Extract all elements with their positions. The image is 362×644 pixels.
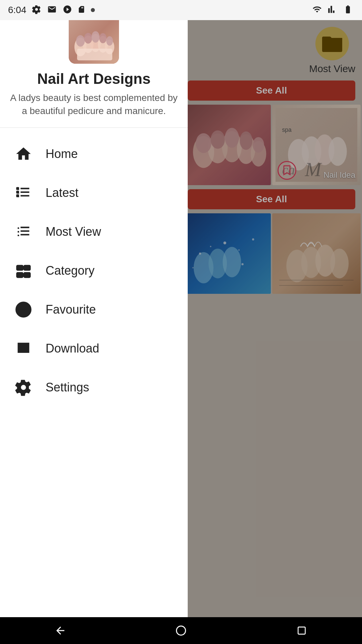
home-label: Home xyxy=(46,147,78,161)
most-view-icon xyxy=(13,222,34,242)
svg-rect-49 xyxy=(16,187,19,190)
svg-rect-51 xyxy=(16,195,19,198)
logo-image xyxy=(69,13,119,64)
svg-rect-48 xyxy=(77,49,112,60)
sidebar-item-most-view[interactable]: Most View xyxy=(0,212,188,251)
side-drawer: Nail Art Designs A ladys beauty is best … xyxy=(0,0,188,617)
most-view-label-nav: Most View xyxy=(46,225,101,239)
svg-point-43 xyxy=(76,35,85,47)
download-icon xyxy=(13,338,34,359)
settings-label: Settings xyxy=(46,380,89,394)
status-bar: 6:04 xyxy=(0,0,362,20)
sidebar-item-latest[interactable]: Latest xyxy=(0,173,188,212)
svg-rect-50 xyxy=(16,191,19,194)
sidebar-item-category[interactable]: Category xyxy=(0,251,188,290)
svg-point-45 xyxy=(92,31,100,43)
play-circle-icon xyxy=(63,5,72,15)
sidebar-item-home[interactable]: Home xyxy=(0,135,188,173)
notification-dot xyxy=(91,8,95,12)
gear-icon xyxy=(32,5,41,15)
sidebar-item-settings[interactable]: Settings xyxy=(0,368,188,407)
svg-point-46 xyxy=(99,33,107,43)
overlay-dim[interactable] xyxy=(181,0,362,644)
nav-list: Home Latest Most View Category xyxy=(0,128,188,617)
status-bar-left: 6:04 xyxy=(8,5,95,15)
app-title: Nail Art Designs xyxy=(37,70,150,87)
settings-icon xyxy=(13,377,34,397)
app-logo xyxy=(69,13,119,64)
wifi-icon xyxy=(311,5,323,15)
category-label: Category xyxy=(46,264,95,278)
svg-point-44 xyxy=(84,33,92,44)
home-button[interactable] xyxy=(168,617,194,644)
sidebar-item-favourite[interactable]: Favourite xyxy=(0,290,188,329)
back-button[interactable] xyxy=(47,617,74,644)
status-time: 6:04 xyxy=(8,5,26,15)
status-bar-right xyxy=(311,5,354,15)
navigation-bar xyxy=(0,617,362,644)
svg-rect-54 xyxy=(298,627,305,634)
sd-card-icon xyxy=(77,5,85,15)
svg-point-53 xyxy=(177,626,186,635)
recents-button[interactable] xyxy=(288,617,315,644)
svg-point-47 xyxy=(106,36,113,46)
home-icon xyxy=(13,144,34,164)
app-subtitle: A ladys beauty is best complemented by a… xyxy=(8,91,180,117)
sidebar-item-download[interactable]: Download xyxy=(0,329,188,368)
download-label: Download xyxy=(46,341,99,356)
mail-icon xyxy=(47,5,57,15)
signal-icon xyxy=(328,5,337,15)
battery-icon xyxy=(342,5,354,15)
latest-icon xyxy=(13,183,34,203)
favourite-label: Favourite xyxy=(46,303,96,317)
favourite-icon xyxy=(13,300,34,320)
category-icon xyxy=(13,261,34,281)
latest-label: Latest xyxy=(46,186,78,200)
